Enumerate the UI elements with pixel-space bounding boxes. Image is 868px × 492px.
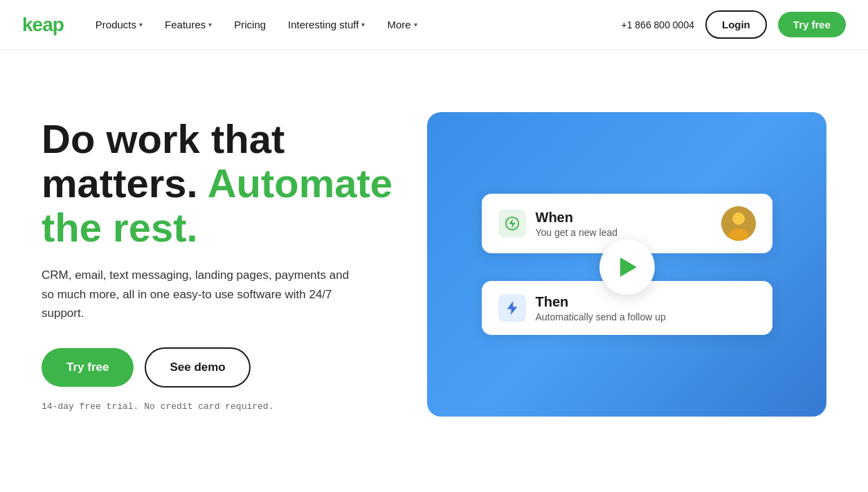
hero-section: Do work that matters. Automate the rest.… — [0, 50, 868, 465]
when-icon — [498, 210, 526, 237]
when-text: When You get a new lead — [536, 209, 712, 238]
chevron-down-icon: ▾ — [414, 21, 417, 28]
chevron-down-icon: ▾ — [361, 21, 365, 28]
logo[interactable]: keap — [22, 14, 64, 36]
login-button[interactable]: Login — [705, 10, 767, 39]
play-button[interactable] — [599, 239, 655, 295]
play-icon — [620, 257, 637, 277]
try-free-nav-button[interactable]: Try free — [778, 12, 846, 37]
try-free-hero-button[interactable]: Try free — [42, 348, 134, 387]
chevron-down-icon: ▾ — [139, 21, 143, 28]
nav-label-products: Products — [96, 19, 136, 30]
nav-item-interesting-stuff[interactable]: Interesting stuff ▾ — [278, 13, 374, 36]
when-subtitle: You get a new lead — [536, 227, 712, 238]
hero-headline: Do work that matters. Automate the rest. — [42, 117, 399, 249]
hero-buttons: Try free See demo — [42, 347, 399, 388]
hero-illustration: When You get a new lead — [427, 112, 826, 417]
nav-item-products[interactable]: Products ▾ — [86, 13, 152, 36]
nav-links: Products ▾ Features ▾ Pricing Interestin… — [86, 13, 622, 36]
nav-item-pricing[interactable]: Pricing — [224, 13, 275, 36]
nav-right: +1 866 800 0004 Login Try free — [621, 10, 846, 39]
avatar — [721, 206, 756, 241]
then-subtitle: Automatically send a follow up — [536, 311, 756, 322]
then-text: Then Automatically send a follow up — [536, 293, 756, 322]
nav-item-more[interactable]: More ▾ — [377, 13, 426, 36]
hero-left: Do work that matters. Automate the rest.… — [42, 117, 399, 412]
svg-point-2 — [732, 212, 745, 225]
phone-number: +1 866 800 0004 — [621, 19, 694, 30]
then-icon — [498, 294, 526, 322]
hero-subtext: CRM, email, text messaging, landing page… — [42, 266, 360, 322]
hero-disclaimer: 14-day free trial. No credit card requir… — [42, 401, 399, 412]
then-title: Then — [536, 293, 756, 310]
nav-label-interesting-stuff: Interesting stuff — [288, 19, 359, 30]
nav-item-features[interactable]: Features ▾ — [155, 13, 221, 36]
navbar: keap Products ▾ Features ▾ Pricing Inter… — [0, 0, 868, 50]
nav-label-pricing: Pricing — [234, 19, 266, 30]
see-demo-button[interactable]: See demo — [145, 347, 250, 388]
nav-label-features: Features — [165, 19, 206, 30]
when-title: When — [536, 209, 712, 226]
chevron-down-icon: ▾ — [208, 21, 212, 28]
nav-label-more: More — [387, 19, 410, 30]
